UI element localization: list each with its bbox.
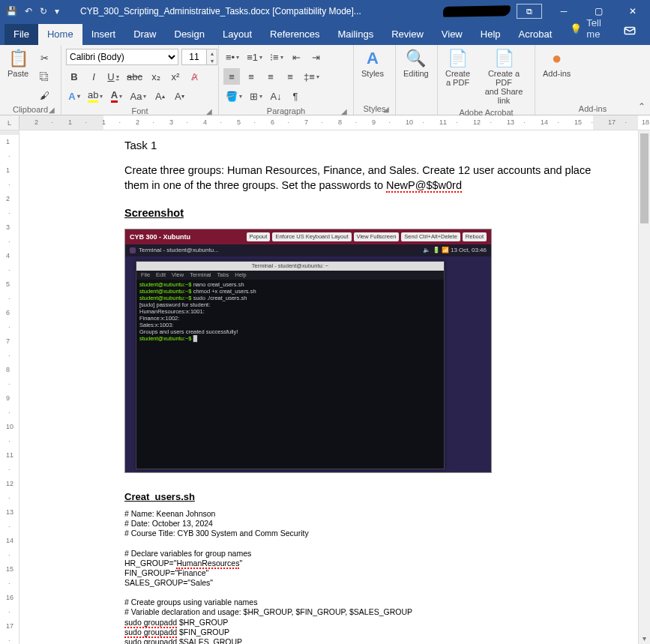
- terminal-line: Groups and users created successfully!: [139, 328, 441, 335]
- borders-button[interactable]: ⊞: [247, 88, 265, 104]
- bullets-button[interactable]: ≡•: [223, 49, 241, 65]
- save-icon[interactable]: 💾: [6, 6, 17, 16]
- font-size-stepper[interactable]: ▴▾: [207, 49, 217, 65]
- dialog-launcher-icon[interactable]: ◢: [205, 107, 214, 115]
- terminal-menu-item: Edit: [156, 271, 166, 279]
- qat-customize-icon[interactable]: ▾: [55, 6, 59, 16]
- code-line: # Course Title: CYB 300 System and Comm …: [124, 529, 597, 538]
- ruler-vertical[interactable]: 1·1·2·3·4·5·6·7·8·9·10·11·12·13·14·15·16…: [0, 130, 19, 644]
- tab-file[interactable]: File: [4, 24, 38, 45]
- terminal-line: Sales:x:1003:: [139, 322, 441, 328]
- grow-font-button[interactable]: A▴: [151, 88, 168, 104]
- paste-button[interactable]: 📋 Paste: [4, 48, 31, 79]
- superscript-button[interactable]: x²: [167, 68, 184, 85]
- ruler-tick: 13: [6, 508, 13, 516]
- ruler-tick: 6: [271, 118, 274, 126]
- cut-icon[interactable]: ✂: [36, 49, 52, 66]
- group-label: Add-ins: [540, 103, 646, 113]
- addins-button[interactable]: ●Add-ins: [540, 48, 574, 79]
- ruler-tick: 11: [439, 118, 447, 126]
- search-icon: 🔍: [406, 49, 426, 67]
- terminal-line: [sudo] password for student:: [139, 301, 441, 308]
- pdf-share-icon: 📄: [494, 49, 514, 67]
- ruler-tick: 4: [6, 252, 10, 259]
- italic-button[interactable]: I: [85, 68, 102, 85]
- share-button[interactable]: [614, 19, 646, 45]
- share-pdf-button[interactable]: 📄Create a PDF and Share link: [478, 48, 530, 106]
- clipboard-icon: 📋: [8, 49, 28, 67]
- scrollbar-thumb[interactable]: [640, 133, 649, 223]
- align-left-button[interactable]: ≡: [223, 68, 240, 85]
- ruler-tick: 5: [237, 118, 241, 126]
- ruler-tick: 2: [136, 118, 139, 126]
- tell-me[interactable]: 💡Tell me: [561, 13, 614, 45]
- terminal-line: Finance:x:1002:: [139, 315, 441, 322]
- redacted-area: [443, 4, 511, 18]
- tab-mailings[interactable]: Mailings: [329, 24, 383, 45]
- decrease-indent-button[interactable]: ⇤: [289, 49, 305, 65]
- dialog-launcher-icon[interactable]: ◢: [340, 107, 349, 115]
- tab-review[interactable]: Review: [382, 24, 433, 45]
- underline-button[interactable]: U: [105, 68, 121, 85]
- font-name-select[interactable]: Calibri (Body): [66, 49, 178, 65]
- terminal-title: Terminal - student@xubuntu: ~: [136, 262, 444, 271]
- vertical-scrollbar[interactable]: ▴ ▾: [638, 130, 650, 644]
- format-painter-icon[interactable]: 🖌: [36, 87, 52, 103]
- justify-button[interactable]: ≡: [282, 68, 298, 85]
- dialog-launcher-icon[interactable]: ◢: [382, 105, 391, 113]
- tab-draw[interactable]: Draw: [124, 24, 165, 45]
- font-size-input[interactable]: [181, 49, 207, 65]
- ruler-tick: 9: [6, 394, 10, 402]
- ribbon-display-options-icon[interactable]: ⧉: [517, 4, 542, 19]
- strikethrough-button[interactable]: abc: [124, 68, 145, 85]
- editing-button[interactable]: 🔍Editing: [400, 48, 432, 79]
- change-case-button[interactable]: Aa: [127, 88, 148, 104]
- script-text: Creat_users.sh # Name: Keenan Johnson# D…: [124, 491, 597, 644]
- ruler-horizontal[interactable]: L 2·1·1·2·3·4·5·6·7·8·9·10·11·12·13·14·1…: [0, 115, 650, 130]
- subscript-button[interactable]: x₂: [148, 68, 164, 85]
- tab-help[interactable]: Help: [472, 24, 510, 45]
- tab-references[interactable]: References: [261, 24, 328, 45]
- line-spacing-button[interactable]: ‡≡: [301, 68, 322, 85]
- ruler-tick: 3: [169, 118, 173, 126]
- copy-icon[interactable]: ⿻: [36, 68, 52, 85]
- tab-acrobat[interactable]: Acrobat: [510, 24, 562, 45]
- tab-design[interactable]: Design: [166, 24, 214, 45]
- clear-formatting-icon[interactable]: A̷: [187, 68, 203, 85]
- highlight-button[interactable]: ab: [85, 88, 105, 104]
- increase-indent-button[interactable]: ⇥: [308, 49, 325, 65]
- tab-view[interactable]: View: [433, 24, 472, 45]
- show-marks-button[interactable]: ¶: [287, 88, 304, 104]
- numbering-button[interactable]: ≡1: [244, 49, 265, 65]
- multilevel-button[interactable]: ⁝≡: [268, 49, 286, 65]
- tab-home[interactable]: Home: [38, 24, 82, 45]
- font-color-button[interactable]: A: [108, 88, 124, 104]
- tab-layout[interactable]: Layout: [214, 24, 261, 45]
- align-center-button[interactable]: ≡: [243, 68, 259, 85]
- tab-selector[interactable]: L: [0, 115, 19, 130]
- align-right-button[interactable]: ≡: [262, 68, 279, 85]
- document-pane[interactable]: Task 1 Create three groups: Human Resour…: [19, 130, 638, 644]
- share-icon: [623, 24, 637, 37]
- create-pdf-button[interactable]: 📄Create a PDF: [442, 48, 473, 88]
- ruler-tick: 15: [574, 118, 582, 126]
- bold-button[interactable]: B: [66, 68, 82, 85]
- dialog-launcher-icon[interactable]: ◢: [47, 106, 56, 114]
- ruler-tick: 1: [68, 118, 72, 126]
- group-clipboard: 📋 Paste ✂ ⿻ 🖌 Clipboard◢: [0, 45, 61, 115]
- code-line: # Variable declaration and usage: $HR_GR…: [124, 607, 597, 617]
- panel-status: 🔈 🔋 📶 13 Oct, 03:46: [423, 247, 487, 255]
- scroll-down-icon[interactable]: ▾: [639, 632, 650, 644]
- tab-insert[interactable]: Insert: [82, 24, 125, 45]
- shrink-font-button[interactable]: A▾: [171, 88, 187, 104]
- redo-icon[interactable]: ↻: [40, 6, 47, 16]
- styles-button[interactable]: AStyles: [358, 48, 387, 79]
- code-line: [124, 588, 597, 598]
- shading-button[interactable]: 🪣: [223, 88, 244, 104]
- text-effects-button[interactable]: A: [66, 88, 82, 104]
- ruler-tick: 3: [6, 223, 10, 231]
- group-acrobat: 📄Create a PDF 📄Create a PDF and Share li…: [438, 45, 535, 115]
- undo-icon[interactable]: ↶: [25, 6, 32, 16]
- collapse-ribbon-icon[interactable]: ⌃: [638, 101, 646, 112]
- sort-button[interactable]: A↓: [268, 88, 284, 104]
